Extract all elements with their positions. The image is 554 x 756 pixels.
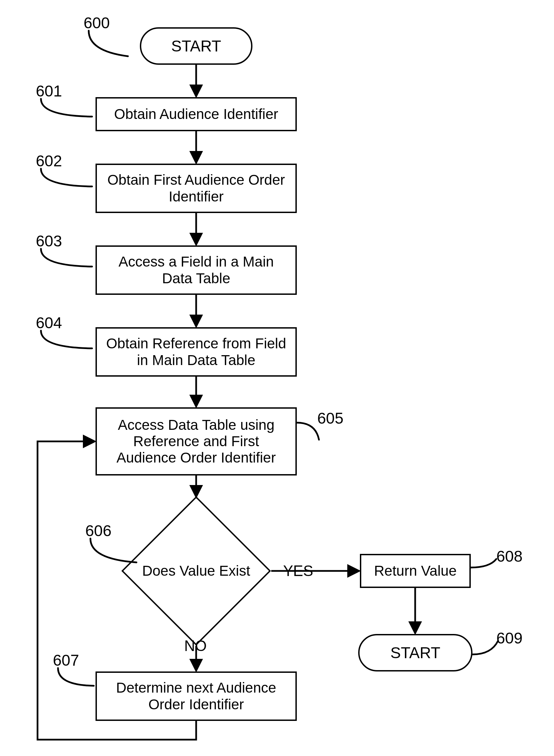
terminator-start-label: START: [171, 37, 221, 55]
terminator-start: START: [140, 27, 252, 65]
process-determine-next-order-id: Determine next Audience Order Identifier: [96, 671, 297, 721]
ref-600: 600: [84, 14, 110, 32]
edge-label-no: NO: [184, 637, 207, 654]
decision-value-exists: [121, 496, 271, 646]
process-access-data-table-label: Access Data Table using Reference and Fi…: [104, 417, 289, 466]
ref-607: 607: [53, 651, 79, 669]
ref-605: 605: [317, 409, 344, 427]
terminator-end-label: START: [390, 644, 440, 662]
process-determine-next-order-id-label: Determine next Audience Order Identifier: [104, 680, 289, 713]
edge-label-yes: YES: [283, 562, 313, 579]
process-return-value: Return Value: [360, 554, 471, 588]
process-obtain-first-order-id-label: Obtain First Audience Order Identifier: [104, 172, 289, 205]
ref-603: 603: [36, 232, 62, 250]
process-obtain-first-order-id: Obtain First Audience Order Identifier: [96, 164, 297, 213]
ref-602: 602: [36, 152, 62, 170]
process-obtain-reference-label: Obtain Reference from Field in Main Data…: [104, 335, 289, 368]
process-obtain-audience-id-label: Obtain Audience Identifier: [114, 106, 278, 122]
process-obtain-audience-id: Obtain Audience Identifier: [96, 97, 297, 131]
process-return-value-label: Return Value: [374, 563, 456, 579]
process-access-field: Access a Field in a Main Data Table: [96, 245, 297, 295]
ref-608: 608: [496, 547, 523, 565]
process-access-field-label: Access a Field in a Main Data Table: [104, 254, 289, 287]
ref-604: 604: [36, 314, 62, 332]
process-access-data-table: Access Data Table using Reference and Fi…: [96, 407, 297, 475]
terminator-end: START: [358, 634, 472, 671]
process-obtain-reference: Obtain Reference from Field in Main Data…: [96, 327, 297, 377]
flowchart-canvas: START 600 Obtain Audience Identifier 601…: [0, 0, 554, 756]
ref-609: 609: [496, 629, 523, 647]
ref-601: 601: [36, 82, 62, 100]
ref-606: 606: [85, 521, 112, 540]
